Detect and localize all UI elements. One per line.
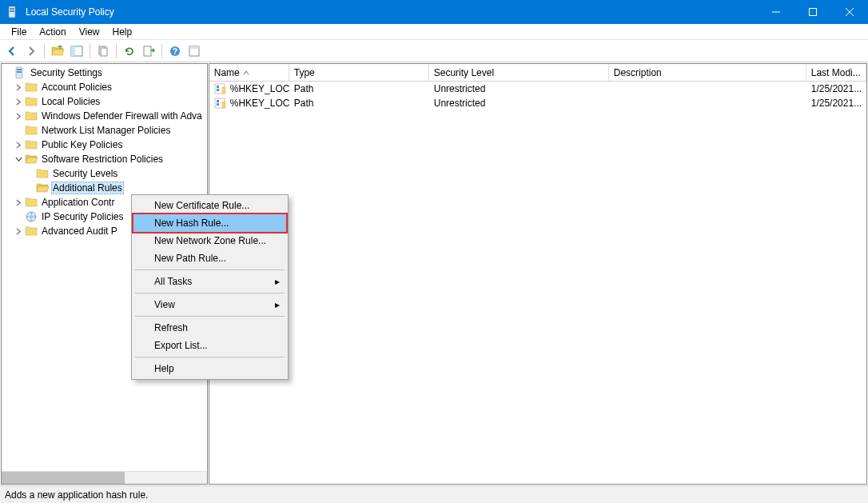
menu-label: All Tasks	[154, 276, 192, 287]
menu-new-certificate-rule[interactable]: New Certificate Rule...	[133, 197, 286, 214]
folder-open-icon	[25, 153, 38, 166]
minimize-button[interactable]	[758, 0, 794, 24]
refresh-button[interactable]	[121, 42, 138, 60]
menu-new-network-zone-rule[interactable]: New Network Zone Rule...	[133, 232, 286, 250]
tree-item-network[interactable]: Network List Manager Policies	[2, 123, 207, 138]
cell-type: Path	[289, 98, 429, 109]
svg-rect-16	[189, 46, 199, 49]
svg-rect-7	[810, 9, 817, 16]
menu-refresh[interactable]: Refresh	[133, 319, 286, 337]
horizontal-scrollbar[interactable]	[2, 471, 207, 484]
svg-rect-9	[71, 46, 75, 56]
tree-label: Local Policies	[40, 95, 102, 108]
column-label: Last Modi...	[811, 67, 861, 78]
menu-view[interactable]: View	[73, 25, 106, 39]
tree-item-additional-rules[interactable]: Additional Rules	[2, 181, 207, 195]
tree-item-software-restriction[interactable]: Software Restriction Policies	[2, 152, 207, 166]
copy-button[interactable]	[94, 42, 112, 60]
column-name[interactable]: Name	[209, 64, 289, 81]
chevron-right-icon[interactable]	[13, 110, 24, 122]
folder-icon	[25, 95, 38, 108]
menu-view[interactable]: View▸	[133, 296, 286, 313]
maximize-button[interactable]	[794, 0, 831, 24]
menubar: File Action View Help	[0, 24, 868, 40]
up-button[interactable]	[49, 42, 66, 60]
menu-all-tasks[interactable]: All Tasks▸	[133, 273, 286, 290]
folder-icon	[25, 81, 38, 94]
chevron-right-icon[interactable]	[13, 226, 24, 237]
expander-icon[interactable]	[2, 67, 13, 78]
column-security[interactable]: Security Level	[429, 64, 609, 81]
menu-separator	[135, 316, 285, 317]
menu-help[interactable]: Help	[106, 25, 139, 39]
column-description[interactable]: Description	[609, 64, 806, 81]
list-pane: Name Type Security Level Description Las…	[209, 63, 867, 485]
security-settings-icon	[14, 66, 26, 79]
tree-item-firewall[interactable]: Windows Defender Firewall with Adva	[2, 109, 207, 123]
help-button[interactable]: ?	[166, 42, 184, 60]
column-label: Description	[614, 67, 662, 78]
list-row[interactable]: %HKEY_LOC... Path Unrestricted 1/25/2021…	[209, 96, 866, 110]
context-menu: New Certificate Rule... New Hash Rule...…	[131, 194, 289, 380]
submenu-arrow-icon: ▸	[275, 299, 280, 310]
tree-label: Security Settings	[29, 66, 104, 79]
menu-export-list[interactable]: Export List...	[133, 337, 286, 354]
registry-icon	[214, 97, 227, 110]
tree-item-security-levels[interactable]: Security Levels	[2, 166, 207, 181]
properties-button[interactable]	[185, 42, 203, 60]
folder-open-icon	[36, 182, 49, 194]
registry-icon	[214, 82, 227, 95]
tree-label: Advanced Audit P	[40, 225, 119, 238]
column-type[interactable]: Type	[289, 64, 429, 81]
folder-icon	[25, 124, 38, 137]
show-hide-tree-button[interactable]	[68, 42, 86, 60]
app-icon	[6, 6, 19, 18]
menu-separator	[135, 293, 285, 293]
chevron-down-icon[interactable]	[13, 154, 24, 165]
cell-name: %HKEY_LOC...	[230, 83, 289, 94]
export-button[interactable]	[140, 42, 157, 60]
forward-button[interactable]	[22, 42, 40, 60]
expander-icon[interactable]	[24, 182, 35, 194]
chevron-right-icon[interactable]	[13, 82, 24, 93]
tree-root[interactable]: Security Settings	[2, 66, 207, 80]
column-label: Security Level	[434, 67, 494, 78]
svg-rect-12	[144, 46, 151, 56]
status-text: Adds a new application hash rule.	[5, 489, 148, 501]
expander-icon[interactable]	[24, 168, 35, 179]
menu-help[interactable]: Help	[133, 360, 286, 377]
menu-new-hash-rule[interactable]: New Hash Rule...	[133, 214, 286, 232]
menu-file[interactable]: File	[5, 25, 33, 39]
close-button[interactable]	[831, 0, 868, 24]
menu-action[interactable]: Action	[33, 25, 72, 39]
sort-asc-icon	[243, 67, 249, 78]
expander-icon[interactable]	[13, 125, 24, 136]
tree-label: Public Key Policies	[40, 138, 124, 151]
tree-label: Network List Manager Policies	[40, 124, 172, 137]
tree-label: IP Security Policies	[40, 210, 125, 223]
list-body[interactable]: %HKEY_LOC... Path Unrestricted 1/25/2021…	[209, 82, 866, 484]
tree-label: Software Restriction Policies	[40, 153, 165, 166]
chevron-right-icon[interactable]	[13, 96, 24, 107]
menu-new-path-rule[interactable]: New Path Rule...	[133, 250, 286, 267]
column-label: Name	[214, 67, 240, 78]
back-button[interactable]	[3, 42, 21, 60]
list-row[interactable]: %HKEY_LOC... Path Unrestricted 1/25/2021…	[209, 82, 866, 96]
cell-security: Unrestricted	[429, 98, 609, 109]
chevron-right-icon[interactable]	[13, 197, 24, 208]
cell-modified: 1/25/2021...	[806, 98, 866, 109]
expander-icon[interactable]	[13, 211, 24, 222]
tree-item-pubkey[interactable]: Public Key Policies	[2, 138, 207, 152]
main-area: Security Settings Account Policies Local…	[0, 62, 868, 485]
cell-type: Path	[289, 83, 429, 94]
toolbar: ?	[0, 40, 868, 62]
column-modified[interactable]: Last Modi...	[806, 64, 866, 81]
tree-item-account-policies[interactable]: Account Policies	[2, 80, 207, 94]
ipsec-icon	[25, 210, 38, 223]
tree-item-local-policies[interactable]: Local Policies	[2, 94, 207, 109]
column-label: Type	[294, 67, 315, 78]
cell-modified: 1/25/2021...	[806, 83, 866, 94]
tree-label: Security Levels	[51, 167, 119, 180]
list-header: Name Type Security Level Description Las…	[209, 64, 866, 82]
chevron-right-icon[interactable]	[13, 139, 24, 150]
